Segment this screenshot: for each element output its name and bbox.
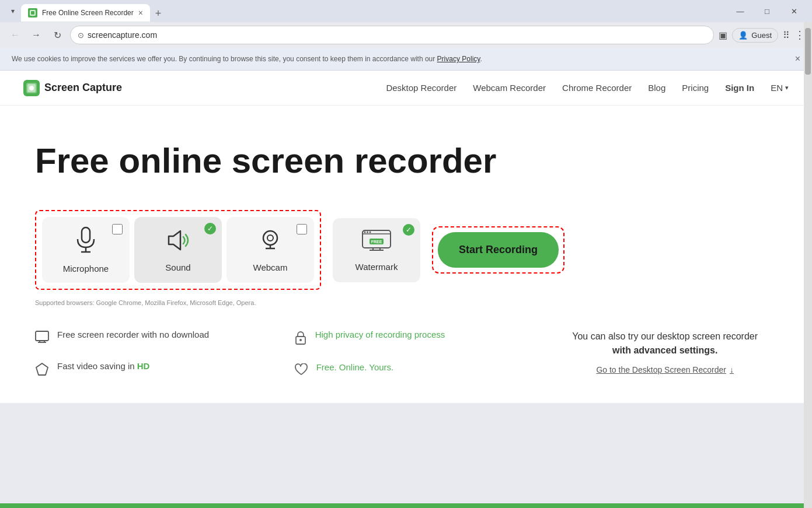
sound-icon	[165, 227, 191, 258]
nav-language-selector[interactable]: EN ▾	[771, 83, 789, 93]
watermark-check-badge: ✓	[403, 224, 414, 236]
features-section: Free screen recorder with no download Fa…	[35, 330, 777, 380]
scrollbar-thumb[interactable]	[805, 28, 811, 75]
svg-point-28	[299, 339, 302, 341]
svg-point-15	[367, 232, 368, 233]
microphone-option[interactable]: Microphone	[42, 217, 130, 283]
bottom-green-bar	[0, 503, 804, 508]
nav-blog[interactable]: Blog	[648, 83, 665, 93]
start-recording-wrapper: Start Recording	[432, 226, 564, 274]
desktop-link[interactable]: Go to the Desktop Screen Recorder ↓	[596, 365, 734, 374]
feature-free-online: Free. Online. Yours.	[294, 362, 518, 380]
features-list-left: Free screen recorder with no download Fa…	[35, 330, 259, 380]
security-icon: ⊙	[78, 31, 84, 40]
toolbar-right: ▣ 👤 Guest ⠿ ⋮	[719, 28, 805, 43]
options-group: Microphone ✓ Sound	[35, 210, 321, 290]
chevron-down-icon: ▾	[785, 84, 789, 92]
svg-rect-1	[31, 11, 34, 15]
close-btn[interactable]: ✕	[780, 0, 807, 22]
scrollbar[interactable]	[804, 22, 812, 508]
svg-marker-26	[36, 363, 48, 375]
nav-webcam-recorder[interactable]: Webcam Recorder	[473, 83, 546, 93]
browser-titlebar: ▾ Free Online Screen Recorder × + — □ ✕	[0, 0, 812, 22]
webcam-label: Webcam	[253, 262, 288, 272]
nav-chrome-recorder[interactable]: Chrome Recorder	[562, 83, 632, 93]
feature-no-download-text: Free screen recorder with no download	[57, 330, 209, 339]
webcam-checkbox[interactable]	[297, 224, 307, 234]
svg-point-16	[370, 232, 371, 233]
maximize-btn[interactable]: □	[754, 0, 780, 22]
back-btn[interactable]: ←	[7, 27, 23, 43]
lock-icon	[294, 331, 307, 348]
microphone-label: Microphone	[63, 264, 109, 274]
monitor-icon	[35, 331, 49, 347]
features-list-right: High privacy of recording process Free. …	[294, 330, 518, 380]
minimize-btn[interactable]: —	[727, 0, 754, 22]
desktop-promo-text: You can also try our desktop screen reco…	[553, 330, 777, 358]
desktop-promo: You can also try our desktop screen reco…	[553, 330, 777, 375]
svg-point-8	[263, 231, 277, 245]
webcam-option[interactable]: Webcam	[226, 217, 314, 283]
tab-list-arrow[interactable]: ▾	[5, 1, 21, 22]
supported-browsers-text: Supported browsers: Google Chrome, Mozil…	[35, 299, 777, 306]
diamond-icon	[35, 362, 49, 380]
url-text: screencapture.com	[88, 30, 706, 40]
watermark-option[interactable]: ✓ FREE Watermark	[333, 218, 420, 282]
feature-privacy-text: High privacy of recording process	[315, 330, 445, 339]
svg-point-4	[29, 86, 34, 90]
feature-hd-text: Fast video saving in HD	[57, 361, 149, 371]
feature-hd-saving: Fast video saving in HD	[35, 361, 259, 380]
tab-close-btn[interactable]: ×	[138, 8, 143, 17]
nav-desktop-recorder[interactable]: Desktop Recorder	[386, 83, 456, 93]
svg-rect-5	[82, 227, 90, 243]
lang-label: EN	[771, 83, 783, 93]
logo-icon	[23, 80, 40, 96]
forward-btn[interactable]: →	[28, 27, 44, 43]
cookie-banner: We use cookies to improve the services w…	[0, 48, 812, 71]
privacy-policy-link[interactable]: Privacy Policy	[437, 55, 480, 63]
hd-highlight: HD	[137, 361, 150, 371]
feature-privacy: High privacy of recording process	[294, 330, 518, 348]
url-bar[interactable]: ⊙ screencapture.com	[70, 26, 714, 44]
desktop-link-text: Go to the Desktop Screen Recorder	[596, 365, 726, 374]
watermark-label: Watermark	[356, 262, 398, 272]
profile-label: Guest	[751, 31, 772, 40]
cookie-text: We use cookies to improve the services w…	[12, 55, 482, 63]
sidebar-toggle-btn[interactable]: ▣	[719, 30, 727, 41]
nav-sign-in[interactable]: Sign In	[725, 83, 754, 93]
reload-btn[interactable]: ↻	[49, 27, 65, 43]
heart-icon	[294, 363, 308, 380]
nav-pricing[interactable]: Pricing	[682, 83, 709, 93]
site-header: Screen Capture Desktop Recorder Webcam R…	[0, 71, 812, 106]
start-recording-button[interactable]: Start Recording	[438, 232, 559, 268]
webcam-icon	[257, 227, 283, 258]
watermark-icon: FREE	[361, 228, 392, 257]
address-bar-row: ← → ↻ ⊙ screencapture.com ▣ 👤 Guest ⠿ ⋮	[0, 22, 812, 48]
site-nav: Desktop Recorder Webcam Recorder Chrome …	[386, 83, 789, 93]
profile-icon: 👤	[738, 31, 748, 40]
feature-free-text: Free. Online. Yours.	[316, 362, 394, 372]
hero-title: Free online screen recorder	[35, 141, 777, 181]
browser-frame: ▾ Free Online Screen Recorder × + — □ ✕ …	[0, 0, 812, 508]
microphone-icon	[74, 226, 97, 259]
site-content: Free online screen recorder	[0, 106, 812, 403]
desktop-link-arrow: ↓	[730, 365, 734, 374]
active-tab[interactable]: Free Online Screen Recorder ×	[21, 4, 150, 22]
svg-point-9	[267, 235, 273, 241]
microphone-checkbox[interactable]	[112, 224, 123, 234]
sound-label: Sound	[165, 262, 190, 272]
svg-rect-22	[36, 331, 48, 341]
recording-options-row: Microphone ✓ Sound	[35, 210, 777, 290]
svg-point-14	[364, 232, 366, 233]
new-tab-btn[interactable]: +	[150, 5, 166, 22]
site-logo[interactable]: Screen Capture	[23, 80, 122, 96]
sound-check-badge: ✓	[204, 223, 216, 234]
cookie-close-btn[interactable]: ×	[795, 54, 800, 64]
extensions-btn[interactable]: ⠿	[783, 30, 790, 41]
sound-option[interactable]: ✓ Sound	[134, 217, 222, 283]
tab-favicon	[28, 8, 37, 17]
svg-text:FREE: FREE	[371, 240, 382, 244]
logo-text: Screen Capture	[44, 82, 122, 94]
profile-btn[interactable]: 👤 Guest	[732, 28, 778, 43]
tab-title: Free Online Screen Recorder	[42, 9, 134, 17]
